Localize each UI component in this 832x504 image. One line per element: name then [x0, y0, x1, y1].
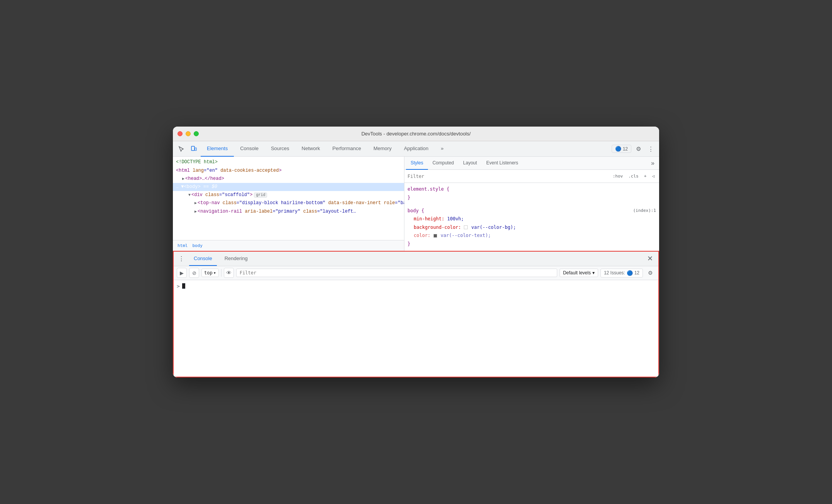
toggle-sidebar-button[interactable]: ◁: [650, 173, 656, 179]
html-open-tag: <html: [176, 168, 193, 173]
issues-icon: 🔵: [615, 146, 621, 152]
dom-line-head[interactable]: ▶<head>…</head>: [173, 175, 404, 183]
console-settings-icon: ⚙: [648, 270, 653, 276]
color-val: var(--color-text);: [441, 233, 491, 238]
drawer-header: ⋮ Console Rendering ✕: [174, 252, 658, 266]
console-issues-label: 12 Issues:: [604, 270, 625, 276]
console-filter-input[interactable]: [236, 269, 557, 277]
grid-badge[interactable]: grid: [254, 193, 267, 198]
body-selector[interactable]: body {: [408, 208, 424, 213]
more-icon: ⋮: [648, 145, 654, 152]
console-issues-badge[interactable]: 12 Issues: 🔵 12: [600, 269, 643, 277]
tab-console[interactable]: Console: [234, 141, 265, 157]
eye-button[interactable]: 👁: [224, 268, 234, 278]
inspector-icon[interactable]: [176, 144, 187, 154]
devtools-window: DevTools - developer.chrome.com/docs/dev…: [173, 127, 659, 377]
add-style-button[interactable]: +: [643, 173, 648, 179]
min-height-val: 100vh;: [447, 216, 464, 222]
settings-button[interactable]: ⚙: [633, 144, 644, 154]
tab-sources[interactable]: Sources: [265, 141, 296, 157]
toolbar-right: 🔵 12 ⚙ ⋮: [612, 144, 656, 154]
bg-color-swatch[interactable]: [464, 225, 468, 229]
toolbar-divider: [221, 269, 222, 277]
svg-rect-1: [195, 148, 196, 151]
cursor: [182, 283, 185, 289]
issues-count: 12: [623, 146, 628, 152]
drawer-tab-console[interactable]: Console: [189, 251, 217, 266]
eye-icon: 👁: [226, 270, 232, 276]
settings-icon: ⚙: [636, 145, 641, 152]
dom-line-html[interactable]: <html lang="en" data-cookies-accepted>: [173, 167, 404, 175]
min-height-prop[interactable]: min-height:: [414, 216, 444, 222]
dom-line-doctype[interactable]: <!DOCTYPE html>: [173, 158, 404, 166]
console-settings-button[interactable]: ⚙: [645, 268, 655, 278]
styles-tab-layout[interactable]: Layout: [458, 157, 482, 170]
styles-tab-styles[interactable]: Styles: [406, 157, 428, 170]
dom-line-div-scaffold[interactable]: ▼<div class="scaffold">grid: [173, 191, 404, 199]
breadcrumb-html[interactable]: html: [176, 242, 189, 249]
default-levels-button[interactable]: Default levels ▾: [560, 269, 598, 277]
tab-network[interactable]: Network: [296, 141, 326, 157]
styles-filter-bar: :hov .cls + ◁: [404, 170, 659, 183]
console-issues-icon: 🔵: [627, 270, 633, 276]
styles-more-tabs[interactable]: »: [648, 160, 658, 167]
issues-badge[interactable]: 🔵 12: [612, 145, 631, 153]
clear-icon: ⊘: [192, 270, 196, 276]
hov-button[interactable]: :hov: [611, 173, 625, 179]
console-content[interactable]: >: [174, 280, 658, 377]
doctype-text: <!DOCTYPE html>: [176, 159, 218, 165]
maximize-button[interactable]: [194, 131, 199, 136]
color-prop[interactable]: color:: [414, 233, 430, 238]
tab-more[interactable]: »: [435, 141, 450, 157]
tab-performance[interactable]: Performance: [326, 141, 367, 157]
drawer-menu-button[interactable]: ⋮: [177, 254, 186, 263]
console-issues-count: 12: [634, 270, 639, 276]
dom-line-top-nav[interactable]: ▶<top-nav class="display-block hairline-…: [173, 199, 404, 207]
styles-tab-event-listeners[interactable]: Event Listeners: [482, 157, 523, 170]
clear-console-button[interactable]: ⊘: [189, 268, 199, 278]
bg-color-prop[interactable]: background-color:: [414, 225, 461, 230]
styles-panel: Styles Computed Layout Event Listeners »…: [404, 157, 659, 250]
default-levels-label: Default levels: [563, 270, 591, 276]
styles-filter-input[interactable]: [408, 174, 608, 179]
minimize-button[interactable]: [186, 131, 191, 136]
tab-application[interactable]: Application: [398, 141, 435, 157]
devtools-toolbar: Elements Console Sources Network Perform…: [173, 141, 659, 157]
element-style-selector[interactable]: element.style {: [408, 186, 449, 192]
styles-content: element.style { } body { (index):1 min-h…: [404, 183, 659, 250]
dom-tree[interactable]: <!DOCTYPE html> <html lang="en" data-coo…: [173, 157, 404, 240]
filter-actions: :hov .cls + ◁: [611, 173, 656, 179]
triangle-nav-icon: ▶: [194, 201, 197, 205]
console-prompt: >: [177, 283, 185, 289]
color-swatch[interactable]: [433, 234, 437, 238]
body-close: }: [408, 241, 410, 247]
dom-line-nav-rail[interactable]: ▶<navigation-rail aria-label="primary" c…: [173, 208, 404, 216]
styles-tab-computed[interactable]: Computed: [428, 157, 458, 170]
styles-tab-bar: Styles Computed Layout Event Listeners »: [404, 157, 659, 170]
close-button[interactable]: [178, 131, 183, 136]
devtools-body: Elements Console Sources Network Perform…: [173, 141, 659, 377]
execute-button[interactable]: ▶: [177, 268, 187, 278]
drawer-tab-rendering[interactable]: Rendering: [220, 251, 252, 266]
top-label: top: [204, 270, 213, 276]
cls-button[interactable]: .cls: [627, 173, 640, 179]
tab-memory[interactable]: Memory: [367, 141, 398, 157]
execute-icon: ▶: [180, 270, 184, 276]
dropdown-chevron-icon: ▾: [213, 270, 216, 276]
body-origin[interactable]: (index):1: [633, 207, 656, 215]
top-context-selector[interactable]: top ▾: [201, 269, 219, 277]
tab-elements[interactable]: Elements: [201, 141, 234, 157]
traffic-lights: [178, 131, 199, 136]
console-toolbar: ▶ ⊘ top ▾ 👁 Default levels ▾: [174, 266, 658, 280]
more-options-button[interactable]: ⋮: [645, 144, 656, 154]
device-toolbar-icon[interactable]: [188, 144, 199, 154]
window-title: DevTools - developer.chrome.com/docs/dev…: [361, 131, 470, 137]
title-bar: DevTools - developer.chrome.com/docs/dev…: [173, 127, 659, 141]
breadcrumb-body[interactable]: body: [191, 242, 205, 249]
triangle-navrail-icon: ▶: [194, 210, 197, 214]
drawer-close-button[interactable]: ✕: [644, 253, 655, 264]
prompt-arrow-icon: >: [177, 283, 180, 289]
dom-line-body[interactable]: … ▼<body> == $0: [173, 183, 404, 191]
default-levels-chevron-icon: ▾: [592, 270, 595, 276]
element-style-close: }: [408, 195, 410, 200]
